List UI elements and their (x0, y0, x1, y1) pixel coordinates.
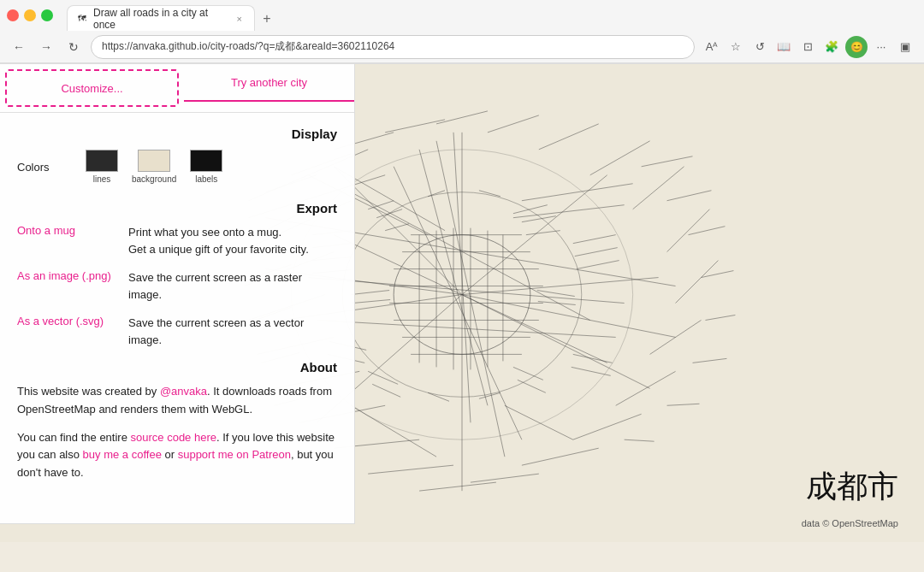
refresh-page-icon[interactable]: ↺ (749, 37, 770, 57)
background-swatch-label: background (132, 174, 176, 184)
as-image-png-label: As an image (.png) (17, 269, 128, 303)
toolbar-icons: Aᴬ ☆ ↺ 📖 ⊡ 🧩 😊 ··· ▣ (702, 36, 915, 58)
new-tab-button[interactable]: + (255, 7, 279, 31)
svg-line-80 (351, 405, 436, 457)
svg-line-86 (522, 216, 556, 222)
svg-line-50 (616, 371, 676, 405)
svg-line-87 (526, 231, 560, 235)
anvaka-link[interactable]: @anvaka (160, 385, 207, 398)
reader-mode-icon[interactable]: 📖 (773, 37, 794, 57)
onto-a-mug-desc: Print what you see onto a mug.Get a uniq… (128, 224, 309, 257)
as-image-png-desc: Save the current screen as a raster imag… (128, 269, 337, 303)
svg-line-109 (352, 300, 390, 304)
translate-icon[interactable]: Aᴬ (702, 37, 722, 57)
as-vector-svg-desc: Save the current screen as a vector imag… (128, 315, 337, 348)
about-para1-prefix: This website was created by (17, 385, 160, 398)
buy-coffee-link[interactable]: buy me a coffee (83, 448, 162, 461)
labels-color-swatch[interactable] (190, 150, 222, 172)
try-another-city-tab[interactable]: Try another city (184, 64, 354, 102)
svg-line-58 (436, 111, 488, 124)
panel-tabs: Customize... Try another city (0, 64, 354, 113)
svg-line-4 (308, 278, 624, 304)
export-svg-row: As a vector (.svg) Save the current scre… (17, 315, 337, 348)
browser-tab[interactable]: 🗺 Draw all roads in a city at once × (67, 5, 255, 31)
source-code-link[interactable]: source code here (131, 431, 216, 444)
colors-row: Colors lines background labels (17, 150, 337, 184)
minimize-window-button[interactable] (24, 9, 36, 21)
background-color-swatch[interactable] (138, 150, 170, 172)
svg-line-48 (522, 448, 599, 465)
background-swatch-wrap: background (132, 150, 176, 184)
svg-line-56 (539, 124, 599, 150)
svg-line-74 (667, 404, 700, 405)
tab-close-button[interactable]: × (235, 12, 244, 26)
close-window-button[interactable] (7, 9, 19, 21)
main-content: Customize... Try another city Display Co… (0, 64, 924, 542)
svg-line-100 (572, 367, 611, 375)
sidebar-button[interactable]: ▣ (895, 37, 915, 57)
svg-line-18 (462, 295, 676, 338)
svg-line-53 (667, 209, 710, 252)
labels-swatch-label: labels (195, 174, 217, 184)
forward-button[interactable]: → (36, 37, 56, 57)
svg-line-57 (488, 115, 539, 133)
svg-line-68 (642, 156, 693, 167)
lines-color-swatch[interactable] (86, 150, 118, 172)
svg-line-70 (689, 227, 726, 235)
onto-a-mug-label: Onto a mug (17, 224, 128, 257)
svg-line-78 (522, 184, 633, 201)
svg-line-49 (573, 414, 642, 439)
panel: Customize... Try another city Display Co… (0, 64, 355, 524)
svg-line-97 (575, 248, 618, 257)
tab-title: Draw all roads in a city at once (93, 7, 228, 31)
svg-line-81 (505, 405, 573, 439)
svg-line-73 (693, 358, 727, 363)
display-section-header: Display (17, 127, 337, 141)
refresh-button[interactable]: ↻ (63, 37, 84, 57)
lines-swatch-label: lines (93, 174, 111, 184)
as-image-png-link[interactable]: As an image (.png) (17, 269, 111, 282)
svg-line-98 (577, 261, 619, 269)
onto-a-mug-link[interactable]: Onto a mug (17, 224, 75, 237)
svg-line-72 (705, 315, 735, 320)
maximize-window-button[interactable] (41, 9, 53, 21)
map-attribution: data © OpenStreetMap (802, 518, 898, 528)
svg-line-54 (633, 167, 684, 209)
as-vector-svg-label: As a vector (.svg) (17, 315, 128, 348)
svg-line-5 (317, 320, 615, 337)
browser-chrome: 🗺 Draw all roads in a city at once × + ←… (0, 0, 924, 64)
url-input[interactable] (91, 35, 695, 59)
svg-line-88 (368, 371, 398, 384)
svg-line-89 (372, 384, 400, 397)
patreon-link[interactable]: support me on Patreon (178, 448, 291, 461)
color-swatches: lines background labels (86, 150, 222, 184)
as-vector-svg-link[interactable]: As a vector (.svg) (17, 315, 104, 327)
svg-line-107 (351, 291, 389, 295)
svg-line-85 (513, 205, 548, 214)
about-para2-mid2: or (162, 448, 178, 461)
address-bar: ← → ↻ Aᴬ ☆ ↺ 📖 ⊡ 🧩 😊 ··· ▣ (0, 31, 924, 63)
tab-favicon: 🗺 (78, 14, 86, 23)
svg-line-59 (385, 120, 445, 133)
extensions-icon[interactable]: 🧩 (821, 37, 842, 57)
svg-line-69 (667, 191, 712, 201)
screenshot-icon[interactable]: ⊡ (797, 37, 818, 57)
bookmark-icon[interactable]: ☆ (726, 37, 746, 57)
svg-line-108 (537, 291, 575, 297)
svg-line-51 (650, 320, 702, 354)
back-button[interactable]: ← (9, 37, 29, 57)
svg-line-83 (376, 209, 402, 218)
svg-line-105 (428, 392, 449, 401)
city-name-watermark: 成都市 (806, 466, 898, 508)
customize-tab[interactable]: Customize... (5, 69, 179, 107)
svg-line-71 (702, 271, 734, 278)
more-options-button[interactable]: ··· (871, 37, 891, 57)
svg-line-96 (573, 235, 616, 244)
svg-line-11 (462, 295, 650, 389)
about-paragraph-1: This website was created by @anvaka. It … (17, 383, 337, 419)
tab-bar: 🗺 Draw all roads in a city at once × + (60, 0, 286, 31)
svg-line-91 (518, 380, 546, 392)
svg-line-52 (676, 261, 719, 304)
colors-label: Colors (17, 161, 86, 174)
profile-icon[interactable]: 😊 (845, 36, 868, 58)
